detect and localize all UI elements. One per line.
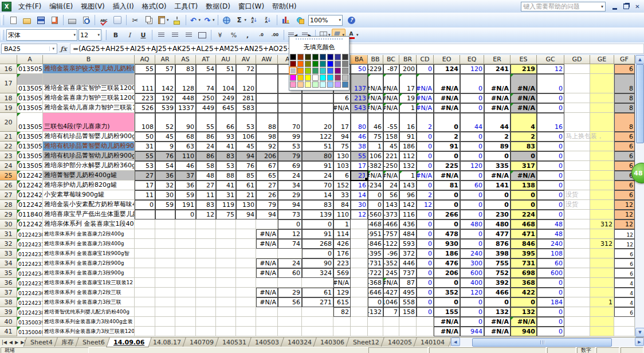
format-painter-button[interactable] (170, 14, 184, 26)
cell-AR24[interactable]: 54 (155, 161, 175, 171)
cell-AY19[interactable] (302, 103, 333, 113)
cell-EO20[interactable]: 0 (434, 113, 460, 132)
cell-AQ33[interactable] (135, 249, 155, 258)
cell-BA31[interactable] (351, 229, 368, 239)
chevron-down-icon[interactable]: ▾ (97, 33, 100, 37)
cell-ES16[interactable]: 219 (511, 64, 537, 74)
cell-GE29[interactable] (590, 210, 614, 219)
cell-AU22[interactable]: 41 (216, 142, 236, 151)
comma-button[interactable]: , (241, 29, 254, 41)
cell-CD41[interactable] (417, 327, 434, 336)
cell-GF31[interactable]: 12 (614, 229, 635, 239)
cell-GE36[interactable] (590, 278, 614, 288)
cell-AS31[interactable] (175, 229, 196, 239)
cell-BB36[interactable]: -368 (368, 278, 383, 288)
cell-GE39[interactable] (590, 307, 614, 317)
cell-GF39[interactable]: 6 (614, 307, 635, 317)
menu-d[interactable]: 数据(D) (202, 1, 234, 12)
cell-AU34[interactable] (216, 258, 236, 268)
cell-BB34[interactable]: -731 (368, 258, 383, 268)
cell-EO30[interactable]: 0 (434, 219, 460, 229)
help-button[interactable]: ? (344, 14, 358, 26)
color-swatch[interactable] (305, 54, 311, 60)
cell-ER25[interactable]: #N/A (484, 171, 511, 181)
cell-CD36[interactable]: 0 (417, 278, 434, 288)
cell-AV32[interactable] (236, 239, 256, 249)
cell-AY28[interactable]: 83 (302, 200, 333, 210)
cell-AY33[interactable]: 0 (302, 249, 333, 258)
color-swatch[interactable] (297, 54, 304, 60)
cell-ER18[interactable]: #N/A (484, 93, 511, 103)
cell-AX35[interactable]: 60 (278, 268, 302, 278)
cell-BB20[interactable]: 46 (368, 113, 383, 132)
cell-AV33[interactable] (236, 249, 256, 258)
cell-AZ37[interactable]: 129 (333, 288, 351, 297)
cell-ES29[interactable]: 224 (511, 210, 537, 219)
cell-AR40[interactable] (155, 317, 175, 327)
cell-AW18[interactable] (256, 93, 278, 103)
cell-AR34[interactable] (155, 258, 175, 268)
cell-AU37[interactable] (216, 288, 236, 297)
cell-EO33[interactable]: 186 (434, 249, 460, 258)
cell-AU25[interactable]: 88 (216, 171, 236, 181)
cell-GC19[interactable]: 0 (537, 103, 564, 113)
cell-AZ27[interactable]: 33 (333, 190, 351, 200)
cell-AY26[interactable]: 70 (302, 181, 333, 190)
cell-AU19[interactable]: 645 (216, 103, 236, 113)
cell-GE17[interactable] (590, 74, 614, 93)
chevron-down-icon[interactable]: ▾ (245, 18, 247, 22)
undo-button[interactable]: ↶▾ (188, 14, 202, 26)
cell-AZ28[interactable]: 84 (333, 200, 351, 210)
cut-button[interactable]: ✂ (128, 14, 142, 26)
cell-AS41[interactable] (175, 327, 196, 336)
cell-AS16[interactable]: 83 (175, 64, 196, 74)
cell-EQ22[interactable]: 0 (460, 142, 484, 151)
row-header-19[interactable]: 19 (0, 103, 17, 113)
cell-AX41[interactable] (278, 327, 302, 336)
row-header-29[interactable]: 29 (0, 210, 17, 219)
cell-AW40[interactable] (256, 317, 278, 327)
percent-button[interactable]: % (227, 29, 241, 41)
merge-center-button[interactable] (195, 29, 209, 41)
cell-BR32[interactable]: 593 (399, 239, 417, 249)
cell-GC34[interactable]: 60 (537, 258, 564, 268)
italic-button[interactable]: I (123, 29, 136, 41)
cell-B37[interactable]: 雅培亲体系列 金装喜康力2段三联 (43, 288, 135, 297)
cell-A18[interactable]: 01350528 (17, 93, 43, 103)
cell-AU18[interactable]: 249 (216, 93, 236, 103)
cell-BR31[interactable]: 484 (399, 229, 417, 239)
cell-AS18[interactable]: 448 (175, 93, 196, 103)
cell-AX33[interactable] (278, 249, 302, 258)
cell-CD22[interactable]: 0 (417, 142, 434, 151)
cell-EQ38[interactable]: 0 (460, 297, 484, 307)
cell-GC23[interactable]: 0 (537, 151, 564, 161)
cell-ER28[interactable]: 0 (484, 200, 511, 210)
cell-AV37[interactable] (236, 288, 256, 297)
cell-AQ40[interactable] (135, 317, 155, 327)
cell-AS23[interactable]: 110 (175, 151, 196, 161)
cell-AX34[interactable]: 24 (278, 258, 302, 268)
currency-button[interactable]: ¥ (213, 29, 227, 41)
cell-AR19[interactable]: 539 (155, 103, 175, 113)
cell-BA41[interactable] (351, 327, 368, 336)
cell-BR41[interactable] (399, 327, 417, 336)
col-header-CD[interactable]: CD (417, 55, 434, 64)
next-sheet-button[interactable]: ▶ (15, 340, 18, 345)
cell-BC40[interactable] (383, 317, 399, 327)
cell-AR39[interactable] (155, 307, 175, 317)
cell-ES20[interactable]: 4 (511, 113, 537, 132)
cell-EO22[interactable]: 91 (434, 142, 460, 151)
cell-A29[interactable]: 01184070 (17, 210, 43, 219)
cell-AQ24[interactable]: 53 (135, 161, 155, 171)
cell-ES19[interactable]: #N/A (511, 103, 537, 113)
cell-BA34[interactable] (351, 258, 368, 268)
cell-AU27[interactable]: 31 (216, 190, 236, 200)
cell-B40[interactable]: 雅培亲体系列金装喜康力3段400g盒装 (43, 317, 135, 327)
row-header-30[interactable]: 30 (0, 219, 17, 229)
cell-BR38[interactable]: 558 (399, 297, 417, 307)
cell-CD32[interactable]: 0 (417, 239, 434, 249)
cell-BA29[interactable]: 12 (351, 210, 368, 219)
col-header-A[interactable]: A (17, 55, 43, 64)
cell-BC32[interactable]: -122 (383, 239, 399, 249)
cell-A26[interactable]: 01224226 (17, 181, 43, 190)
